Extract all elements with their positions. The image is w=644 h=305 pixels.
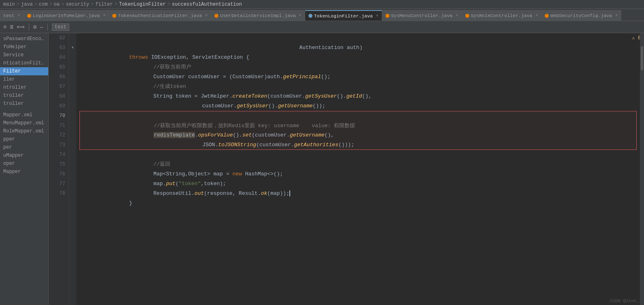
toolbar-test-label[interactable]: test (52, 23, 69, 31)
breadcrumb-java[interactable]: java (21, 2, 33, 7)
tab-sys-menu-controller[interactable]: SysMenuController.java × (382, 10, 462, 21)
toolbar-separator2 (47, 23, 48, 31)
sidebar-item-nticationFilter[interactable]: nticationFilter (0, 59, 48, 67)
breadcrumb-security[interactable]: security (66, 2, 89, 7)
sidebar-item-per[interactable]: per (0, 143, 48, 151)
mark-63: ▾ (69, 43, 76, 53)
line-77: 77 (49, 179, 68, 189)
toolbar-indent-icon[interactable]: ≣ (10, 23, 13, 30)
toolbar-separator (29, 23, 29, 31)
vertical-scrollbar[interactable] (640, 33, 644, 305)
tab-web-security-close[interactable]: × (615, 13, 618, 18)
tab-sys-menu-close[interactable]: × (456, 13, 458, 18)
sidebar-item-Mapper2[interactable]: Mapper (0, 168, 48, 176)
toolbar: ≡ ≣ ⟺ ⚙ — test (0, 21, 644, 33)
breadcrumb: main > java > com > oa > security > filt… (0, 0, 644, 9)
toolbar-sync-icon[interactable]: ⟺ (17, 23, 25, 30)
tab-token-login-close[interactable]: × (376, 14, 379, 18)
mark-68 (69, 92, 76, 101)
code-line-70: //获取当前用户权限数据，放到Redis里面 key: username val… (79, 111, 637, 121)
code-line-64: //获取当前用户 (79, 53, 637, 62)
tab-icon-orange6 (545, 14, 549, 18)
tab-token-auth-filter[interactable]: TokenAuthenticationFilter.java × (109, 10, 211, 21)
sidebar-item-menu-mapper[interactable]: MenuMapper.xml (0, 119, 48, 127)
line-78: 78 (49, 189, 68, 198)
tab-login-close[interactable]: × (103, 13, 105, 18)
scrollbar-thumb[interactable] (641, 46, 643, 70)
mark-74 (69, 150, 76, 160)
mark-72 (69, 130, 76, 140)
code-line-73 (79, 140, 637, 150)
breadcrumb-filter[interactable]: filter (95, 2, 113, 7)
sidebar-item-pper[interactable]: pper (0, 135, 48, 143)
code-editor: ⚠ 8 62 63 64 65 66 67 68 69 70 71 72 73 … (49, 33, 644, 305)
tab-icon-orange2 (112, 14, 116, 18)
code-line-72: JSON.toJSONString(customUser.getAuthorit… (79, 130, 637, 140)
toolbar-list-icon[interactable]: ≡ (3, 24, 6, 30)
mark-64 (69, 53, 76, 62)
code-line-69 (79, 101, 637, 111)
tab-token-login-filter[interactable]: TokenLoginFilter.java × (305, 10, 382, 21)
sidebar-item-troller[interactable]: troller (0, 92, 48, 100)
sidebar-item-bPasswordEncoder[interactable]: sPasswordEncoder (0, 35, 48, 43)
tab-test[interactable]: test × (0, 10, 24, 21)
tab-icon-orange4 (385, 14, 389, 18)
tab-sys-role-controller[interactable]: SysRoleController.java × (462, 10, 542, 21)
line-73: 73 (49, 140, 68, 150)
mark-67 (69, 82, 76, 92)
line-62: 62 (49, 33, 68, 43)
line-71: 71 (49, 121, 68, 130)
tab-sys-role-close[interactable]: × (535, 13, 538, 18)
tab-token-auth-label: TokenAuthenticationFilter.java (118, 13, 202, 18)
line-66: 66 (49, 72, 68, 82)
toolbar-minus-icon[interactable]: — (40, 24, 43, 30)
mark-77 (69, 179, 76, 189)
code-line-75: Map<String,Object> map = new HashMap<>()… (79, 160, 637, 169)
breadcrumb-oa[interactable]: oa (54, 2, 60, 7)
mark-75 (69, 160, 76, 169)
tab-token-auth-close[interactable]: × (205, 13, 208, 18)
line-64: 64 (49, 53, 68, 62)
tab-sys-menu-label: SysMenuController.java (391, 13, 453, 18)
tab-user-details-service[interactable]: UserDetailsServiceImpl.java × (211, 10, 305, 21)
line-63: 63 (49, 43, 68, 53)
sidebar-item-oper[interactable]: oper (0, 160, 48, 168)
toolbar-settings-icon[interactable]: ⚙ (33, 23, 36, 30)
sidebar-item-ller[interactable]: ller (0, 75, 48, 83)
code-line-63: throws IOException, ServletException { (79, 43, 637, 53)
mark-69 (69, 101, 76, 111)
tab-test-close[interactable]: × (18, 13, 20, 18)
line-70: 70 (49, 111, 68, 121)
tab-token-login-label: TokenLoginFilter.java (314, 13, 373, 19)
tab-test-label: test (3, 13, 15, 18)
tab-login-user-info-helper[interactable]: LoginUserInfoHelper.java × (24, 10, 109, 21)
code-line-74: //返回 (79, 150, 637, 160)
tab-bar: test × LoginUserInfoHelper.java × TokenA… (0, 9, 644, 21)
sidebar-item-mapper-xml[interactable]: Mapper.xml (0, 111, 48, 119)
sidebar-item-ntroller[interactable]: ntroller (0, 83, 48, 92)
line-67: 67 (49, 82, 68, 92)
gutter-marks: ▾ (69, 33, 76, 305)
tab-user-details-close[interactable]: × (299, 13, 302, 18)
line-74: 74 (49, 150, 68, 160)
sidebar-item-foHelper[interactable]: foHelper (0, 43, 48, 51)
tab-web-security-config[interactable]: WebSecurityConfig.java × (541, 10, 621, 21)
sidebar-item-role-mapper[interactable]: RoleMapper.xml (0, 127, 48, 135)
sidebar-item-Service[interactable]: Service (0, 51, 48, 59)
breadcrumb-method[interactable]: successfulAuthentication (172, 2, 242, 7)
breadcrumb-main[interactable]: main (3, 2, 15, 7)
code-line-68: customUser.getSysUser().getUsername()); (79, 92, 637, 101)
sidebar-item-troller2[interactable]: troller (0, 100, 48, 108)
tab-icon-orange3 (214, 14, 218, 18)
mark-65 (69, 62, 76, 72)
mark-76 (69, 169, 76, 179)
code-line-77: ResponseUtil.out(response, Result.ok(map… (79, 179, 637, 189)
breadcrumb-class[interactable]: TokenLoginFilter (119, 2, 166, 7)
sidebar-item-Filter[interactable]: Filter (0, 67, 48, 75)
mark-73 (69, 140, 76, 150)
breadcrumb-com[interactable]: com (39, 2, 48, 7)
line-68: 68 (49, 92, 68, 101)
mark-78 (69, 189, 76, 198)
sidebar-item-uMapper[interactable]: uMapper (0, 151, 48, 160)
code-line-71: redisTemplate.opsForValue().set(customUs… (79, 121, 637, 130)
